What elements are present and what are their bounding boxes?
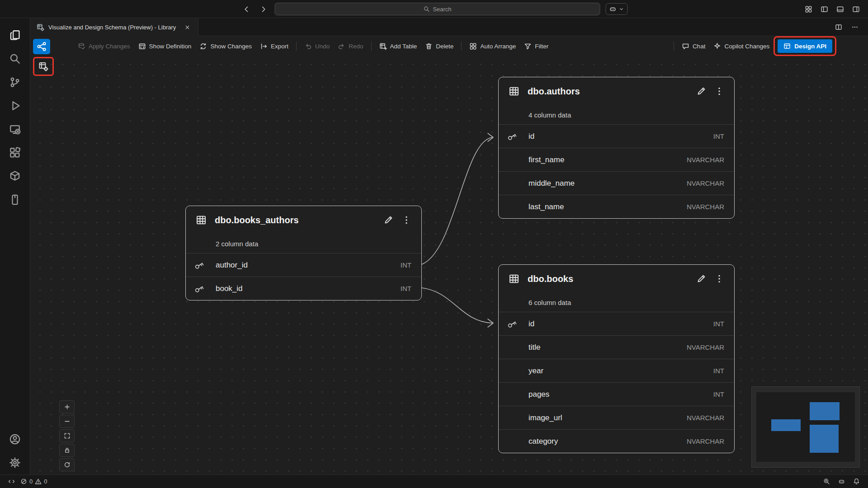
column-row[interactable]: author_id INT [186,253,421,277]
column-row[interactable]: middle_name NVARCHAR [499,171,734,195]
tab-close-icon[interactable] [183,23,192,32]
primary-key-icon [507,319,518,329]
remote-explorer-icon[interactable] [5,117,25,141]
toggle-sidebar-button[interactable] [818,3,830,15]
copilot-status-button[interactable] [835,475,848,488]
apply-changes-button[interactable]: Apply Changes [74,40,134,53]
column-row[interactable]: title NVARCHAR [499,335,734,359]
column-row[interactable]: category NVARCHAR [499,429,734,453]
customize-layout-button[interactable] [802,3,814,15]
design-api-button[interactable]: Design API [778,39,832,53]
filter-button[interactable]: Filter [520,40,552,53]
column-row[interactable]: book_id INT [186,277,421,300]
more-actions-icon[interactable] [849,21,861,33]
tab-schema-designer[interactable]: Visualize and Design Schema (Preview) - … [30,18,198,36]
undo-button[interactable]: Undo [300,40,334,53]
settings-gear-icon[interactable] [5,451,25,474]
column-name: first_name [528,155,564,164]
table-menu-button[interactable] [712,84,726,98]
table-header[interactable]: dbo.books [499,265,734,293]
redo-button[interactable]: Redo [334,40,367,53]
edit-table-button[interactable] [694,84,708,98]
refresh-layout-button[interactable] [59,458,75,471]
schema-diagram-view-button[interactable] [33,39,50,54]
navigate-back-button[interactable] [241,3,252,15]
relationship-edges[interactable] [30,56,868,474]
column-row[interactable]: id INT [499,124,734,148]
column-row[interactable]: image_url NVARCHAR [499,406,734,429]
split-editor-icon[interactable] [833,21,844,33]
edit-table-button[interactable] [382,213,395,227]
table-icon [509,273,519,284]
search-sidebar-icon[interactable] [5,47,25,70]
column-type: INT [401,285,411,292]
copilot-changes-button[interactable]: Copilot Changes [709,40,774,53]
extensions-icon[interactable] [5,141,25,164]
primary-key-icon [194,260,205,271]
table-header[interactable]: dbo.authors [499,77,734,105]
column-type: NVARCHAR [687,156,724,164]
show-changes-button[interactable]: Show Changes [195,40,256,53]
run-debug-icon[interactable] [5,94,25,117]
design-api-label: Design API [794,43,826,50]
table-name: dbo.authors [528,86,580,97]
lock-button[interactable] [59,444,75,457]
source-control-icon[interactable] [5,70,25,94]
toggle-secondary-sidebar-button[interactable] [850,3,862,15]
account-icon[interactable] [5,427,25,451]
kebab-menu-icon [714,86,724,96]
table-menu-button[interactable] [400,213,413,227]
table-gear-icon [38,61,48,71]
tab-bar: Visualize and Design Schema (Preview) - … [30,18,868,36]
column-type: NVARCHAR [687,437,724,445]
delete-button[interactable]: Delete [421,40,458,53]
add-table-icon [379,42,387,50]
chat-label: Chat [693,43,706,50]
add-table-button[interactable]: Add Table [375,40,421,53]
table-header[interactable]: dbo.books_authors [186,206,421,234]
export-button[interactable]: Export [256,40,292,53]
fit-view-button[interactable] [59,429,75,442]
minimap-table-rect [771,419,801,431]
chat-button[interactable]: Chat [678,40,710,53]
zoom-controls [59,400,75,471]
table-card-books[interactable]: dbo.books 6 column data id INT title NVA… [498,264,735,453]
problems-indicator[interactable]: 0 0 [18,475,50,488]
table-card-authors[interactable]: dbo.authors 4 column data id INT first_n… [498,77,735,219]
column-row[interactable]: id INT [499,312,734,335]
primary-key-icon [507,131,518,142]
edit-table-button[interactable] [694,272,708,286]
column-row[interactable]: pages INT [499,382,734,406]
sparkle-icon [713,42,721,50]
library-icon[interactable] [5,188,25,211]
search-input[interactable]: Search [275,3,600,15]
navigate-forward-button[interactable] [258,3,269,15]
toggle-panel-button[interactable] [834,3,846,15]
zoom-status-button[interactable] [821,475,833,488]
show-definition-button[interactable]: Show Definition [134,40,196,53]
database-projects-icon[interactable] [5,164,25,188]
column-name: category [528,437,558,446]
notifications-button[interactable] [850,475,863,488]
copilot-menu-button[interactable] [606,3,628,15]
auto-arrange-button[interactable]: Auto Arrange [465,40,520,53]
zoom-out-button[interactable] [59,415,75,428]
minimap-table-rect [810,425,839,453]
zoom-in-button[interactable] [59,400,75,413]
schema-canvas[interactable]: dbo.books_authors 2 column data author_i… [30,56,868,474]
column-row[interactable]: year INT [499,359,734,382]
table-card-books-authors[interactable]: dbo.books_authors 2 column data author_i… [185,206,422,300]
table-designer-view-button[interactable] [35,59,52,74]
column-name: pages [528,390,549,399]
minimap[interactable] [751,386,860,468]
column-name: image_url [528,413,562,422]
remote-indicator[interactable] [5,475,18,488]
table-menu-button[interactable] [712,272,726,286]
warnings-icon [35,478,42,485]
explorer-icon[interactable] [5,23,25,47]
column-type: NVARCHAR [687,203,724,211]
column-row[interactable]: first_name NVARCHAR [499,148,734,171]
column-row[interactable]: last_name NVARCHAR [499,195,734,218]
column-count-label: 4 column data [499,105,734,124]
copilot-icon [609,5,617,13]
